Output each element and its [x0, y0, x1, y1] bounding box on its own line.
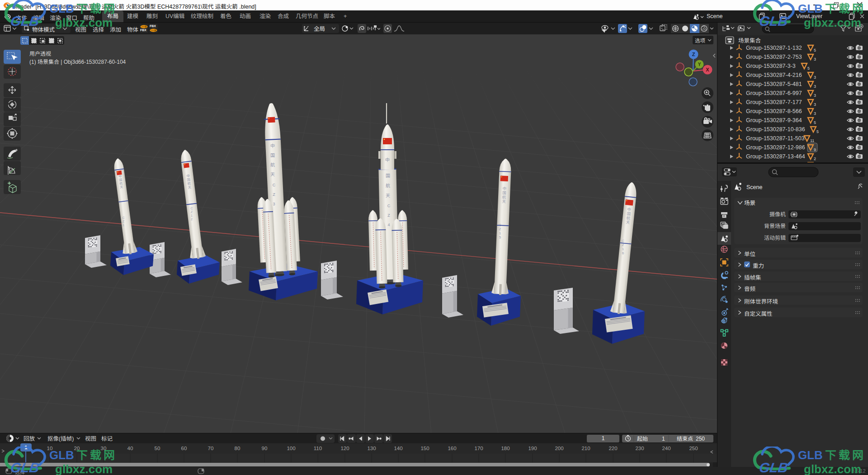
svg-text:6: 6	[622, 251, 624, 255]
svg-text:Z: Z	[499, 227, 501, 231]
svg-text:20: 20	[74, 446, 80, 451]
svg-text:90: 90	[262, 446, 268, 451]
svg-text:中: 中	[118, 175, 122, 178]
svg-text:130: 130	[367, 446, 376, 451]
svg-text:航: 航	[119, 182, 123, 185]
svg-text:中: 中	[385, 157, 390, 162]
svg-text:场景: 场景	[744, 200, 755, 206]
svg-text:5: 5	[499, 235, 501, 239]
svg-text:180: 180	[501, 446, 509, 451]
svg-text:50: 50	[155, 446, 160, 451]
svg-text:3: 3	[814, 57, 816, 62]
svg-text:结束点: 结束点	[677, 435, 693, 442]
svg-text:天: 天	[386, 193, 390, 198]
svg-text:240: 240	[662, 446, 670, 451]
svg-text:航: 航	[386, 183, 390, 188]
svg-text:2: 2	[814, 157, 816, 161]
svg-text:2: 2	[191, 218, 193, 221]
svg-text:5: 5	[814, 120, 816, 125]
svg-text:Group-1530287-10-836: Group-1530287-10-836	[746, 126, 805, 133]
svg-text:150: 150	[420, 446, 429, 451]
svg-text:C: C	[499, 223, 501, 227]
svg-text:C: C	[190, 207, 193, 210]
svg-text:国: 国	[270, 153, 275, 158]
svg-text:230: 230	[635, 446, 644, 451]
svg-text:5: 5	[814, 48, 816, 52]
svg-text:天: 天	[270, 172, 275, 177]
svg-text:3: 3	[814, 102, 816, 107]
svg-text:背景场景: 背景场景	[764, 223, 786, 229]
svg-text:80: 80	[235, 446, 241, 451]
svg-text:抠像(插帧): 抠像(插帧)	[47, 436, 74, 442]
svg-text:5: 5	[807, 66, 810, 71]
svg-text:140: 140	[394, 446, 402, 451]
svg-text:航: 航	[270, 162, 275, 167]
svg-text:天: 天	[502, 199, 506, 204]
svg-text:40: 40	[127, 446, 133, 451]
svg-text:Scene: Scene	[746, 184, 762, 190]
svg-text:国: 国	[386, 173, 390, 178]
svg-text:100: 100	[287, 446, 295, 451]
svg-text:200: 200	[555, 446, 563, 451]
svg-text:Group-1530287-5-481: Group-1530287-5-481	[746, 81, 802, 87]
svg-text:Group-1530287-8-566: Group-1530287-8-566	[746, 108, 802, 114]
svg-text:30: 30	[101, 446, 107, 451]
svg-text:标记: 标记	[101, 436, 113, 442]
svg-text:C: C	[622, 239, 624, 243]
svg-text:X: X	[706, 67, 709, 72]
svg-text:视图: 视图	[85, 436, 96, 442]
svg-text:220: 220	[609, 446, 617, 451]
svg-text:国: 国	[119, 178, 123, 182]
svg-text:210: 210	[581, 446, 590, 451]
svg-text:3: 3	[814, 75, 816, 80]
svg-text:70: 70	[208, 446, 214, 451]
svg-text:9: 9	[814, 147, 816, 152]
svg-text:3: 3	[814, 111, 816, 116]
svg-text:3: 3	[273, 202, 275, 206]
svg-text:摄像机: 摄像机	[769, 211, 786, 218]
svg-text:Group-1530287-7-177: Group-1530287-7-177	[746, 99, 802, 105]
svg-text:Z: Z	[123, 220, 125, 223]
svg-text:Group-1530287-1-132: Group-1530287-1-132	[746, 45, 802, 51]
svg-text:C: C	[387, 204, 391, 208]
svg-text:250: 250	[689, 446, 698, 451]
svg-text:C: C	[122, 216, 124, 219]
svg-text:天: 天	[120, 185, 123, 189]
svg-text:场景集合: 场景集合	[738, 38, 761, 44]
svg-text:Group-1530287-6-997: Group-1530287-6-997	[746, 90, 802, 96]
svg-text:5: 5	[816, 129, 819, 134]
svg-text:Z: Z	[622, 243, 624, 247]
svg-text:1: 1	[123, 223, 124, 227]
svg-text:4: 4	[387, 223, 390, 227]
svg-text:Group-1530287-4-216: Group-1530287-4-216	[746, 72, 802, 78]
svg-text:Group-1530287-3-3: Group-1530287-3-3	[746, 63, 796, 69]
svg-text:11: 11	[810, 138, 814, 143]
svg-text:3: 3	[814, 93, 816, 98]
svg-text:1: 1	[24, 445, 28, 450]
svg-text:1: 1	[622, 247, 624, 251]
svg-text:中: 中	[270, 143, 275, 148]
svg-text:Group-1530287-9-364: Group-1530287-9-364	[746, 117, 802, 124]
svg-text:Group-1530287-2-753: Group-1530287-2-753	[746, 54, 802, 60]
svg-text:起始: 起始	[637, 435, 648, 442]
svg-text:170: 170	[474, 446, 483, 451]
svg-text:250: 250	[696, 435, 705, 442]
svg-text:全局: 全局	[314, 26, 325, 32]
svg-text:1: 1	[191, 214, 193, 217]
svg-text:Group-1530287-12-986: Group-1530287-12-986	[746, 144, 805, 151]
svg-text:1: 1	[662, 435, 665, 442]
svg-text:3: 3	[814, 84, 816, 89]
svg-text:Z: Z	[273, 192, 275, 197]
svg-text:190: 190	[528, 446, 537, 451]
svg-text:60: 60	[181, 446, 187, 451]
svg-text:Z: Z	[387, 213, 390, 218]
svg-text:活动剪辑: 活动剪辑	[764, 235, 786, 241]
svg-text:Z: Z	[191, 210, 193, 214]
svg-text:Group-1530287-13-464: Group-1530287-13-464	[746, 153, 805, 160]
svg-text:Z: Z	[692, 52, 695, 57]
svg-text:120: 120	[340, 446, 349, 451]
svg-text:天: 天	[626, 220, 630, 225]
svg-text:回放: 回放	[24, 436, 35, 442]
svg-text:10: 10	[47, 446, 53, 451]
svg-text:110: 110	[314, 446, 322, 451]
